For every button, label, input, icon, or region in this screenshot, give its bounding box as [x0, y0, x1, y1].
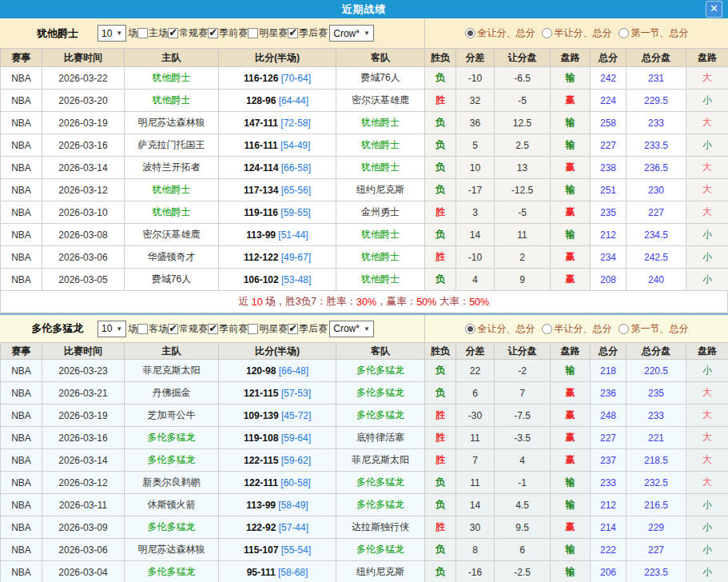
games-count-select[interactable]: 10▼ [97, 321, 126, 337]
full-score: 122-92 [246, 522, 276, 533]
cell-total-line: 232.5 [627, 472, 686, 494]
radio-icon[interactable] [465, 28, 475, 38]
checkbox-icon[interactable] [137, 324, 148, 334]
radio-icon[interactable] [542, 324, 552, 334]
company-select[interactable]: Crow*▼ [329, 321, 374, 337]
cell-date: 2026-03-21 [42, 382, 125, 405]
cell-total-points: 236 [591, 382, 627, 405]
filter-preseason[interactable]: 季前赛 [208, 322, 248, 336]
cell-margin: 7 [456, 449, 495, 472]
cell-away-team: 多伦多猛龙 [336, 360, 425, 382]
full-score: 117-134 [244, 185, 278, 196]
half-score: [45-72] [281, 410, 311, 421]
radio-full-handicap-total[interactable]: 全让分、总分 [465, 26, 535, 40]
cell-over-under: 大 [686, 201, 728, 224]
filter-regular-season[interactable]: 常规赛 [168, 26, 208, 40]
radio-full-handicap-total[interactable]: 全让分、总分 [465, 322, 535, 336]
cell-home-team: 多伦多猛龙 [125, 561, 219, 582]
cell-handicap-line: -12.5 [495, 179, 551, 201]
game-row: NBA 2026-03-12 新奥尔良鹈鹕 122-111 [60-58] 多伦… [1, 472, 728, 494]
full-score: 128-96 [246, 95, 276, 106]
cell-over-under: 大 [686, 157, 728, 179]
column-header: 客队 [336, 49, 425, 67]
radio-label: 半让分、总分 [555, 322, 612, 336]
radio-label: 半让分、总分 [555, 26, 612, 40]
cell-margin: 11 [456, 427, 495, 449]
checkbox-icon[interactable] [168, 324, 178, 334]
radio-first-quarter-total[interactable]: 第一节、总分 [619, 322, 689, 336]
checkbox-icon[interactable] [248, 28, 258, 38]
cell-handicap-result: 赢 [551, 90, 591, 112]
column-header: 总分盘 [627, 49, 686, 67]
cell-league: NBA [1, 449, 42, 472]
cell-handicap-result: 赢 [551, 427, 591, 449]
cell-margin: 3 [456, 201, 495, 224]
filter-playoffs[interactable]: 季后赛 [288, 322, 328, 336]
cell-away-team: 金州勇士 [336, 201, 425, 224]
game-row: NBA 2026-03-08 密尔沃基雄鹿 113-99 [51-44] 犹他爵… [1, 224, 728, 246]
game-row: NBA 2026-03-19 明尼苏达森林狼 147-111 [72-58] 犹… [1, 112, 728, 134]
close-icon[interactable]: ✕ [706, 1, 722, 18]
cell-home-team: 犹他爵士 [125, 201, 219, 224]
filter-preseason[interactable]: 季前赛 [208, 26, 248, 40]
cell-home-team: 休斯顿火箭 [125, 494, 219, 516]
checkbox-icon[interactable] [137, 28, 148, 38]
cell-home-team: 密尔沃基雄鹿 [125, 224, 219, 246]
cell-home-team: 菲尼克斯太阳 [125, 360, 219, 382]
checkbox-icon[interactable] [208, 28, 218, 38]
full-score: 116-126 [244, 73, 278, 84]
cell-score: 116-111 [54-49] [219, 134, 336, 157]
cell-league: NBA [1, 224, 42, 246]
cell-away-team: 犹他爵士 [336, 112, 425, 134]
radio-icon[interactable] [619, 324, 629, 334]
column-header: 让分盘 [495, 343, 551, 360]
cell-handicap-result: 赢 [551, 382, 591, 405]
company-value: Crow* [333, 323, 360, 334]
cell-over-under: 大 [686, 179, 728, 201]
radio-half-handicap-total[interactable]: 半让分、总分 [542, 322, 612, 336]
cell-over-under: 小 [686, 516, 728, 539]
radio-icon[interactable] [619, 28, 629, 38]
cell-win-loss: 胜 [425, 427, 456, 449]
filter-home-games[interactable]: 主场 [137, 26, 168, 40]
half-score: [58-49] [278, 500, 308, 511]
checkbox-icon[interactable] [248, 324, 258, 334]
filter-playoffs[interactable]: 季后赛 [288, 26, 328, 40]
cell-league: NBA [1, 405, 42, 427]
cell-handicap-line: -6.5 [495, 67, 551, 90]
checkbox-icon[interactable] [168, 28, 178, 38]
cell-over-under: 小 [686, 90, 728, 112]
filter-allstar[interactable]: 明星赛 [248, 322, 288, 336]
full-score: 122-115 [244, 455, 278, 466]
cell-over-under: 大 [686, 67, 728, 90]
cell-margin: -10 [456, 246, 495, 269]
cell-home-team: 芝加哥公牛 [125, 405, 219, 427]
radio-first-quarter-total[interactable]: 第一节、总分 [619, 26, 689, 40]
games-count-select[interactable]: 10▼ [97, 25, 126, 42]
column-header: 分差 [456, 343, 495, 360]
cell-handicap-result: 输 [551, 224, 591, 246]
full-score: 122-111 [244, 477, 278, 488]
checkbox-icon[interactable] [288, 28, 298, 38]
filter-away-games[interactable]: 客场 [137, 322, 168, 336]
cell-total-line: 236.5 [627, 157, 686, 179]
full-score: 109-139 [244, 410, 279, 421]
column-header: 比分(半场) [219, 343, 336, 360]
checkbox-icon[interactable] [208, 324, 218, 334]
column-header: 胜负 [425, 343, 456, 360]
radio-icon[interactable] [465, 324, 475, 334]
filter-regular-season[interactable]: 常规赛 [168, 322, 208, 336]
cell-win-loss: 胜 [425, 246, 456, 269]
filter-label: 客场 [149, 322, 168, 336]
cell-score: 113-99 [51-44] [219, 224, 336, 246]
cell-home-team: 丹佛掘金 [125, 382, 219, 405]
dialog-title: 近期战绩 [342, 2, 387, 17]
radio-icon[interactable] [542, 28, 552, 38]
radio-label: 全让分、总分 [478, 26, 535, 40]
radio-half-handicap-total[interactable]: 半让分、总分 [542, 26, 612, 40]
checkbox-icon[interactable] [288, 324, 298, 334]
filter-allstar[interactable]: 明星赛 [248, 26, 288, 40]
cell-home-team: 犹他爵士 [125, 67, 219, 90]
cell-total-line: 233.5 [627, 134, 686, 157]
company-select[interactable]: Crow*▼ [329, 25, 374, 42]
